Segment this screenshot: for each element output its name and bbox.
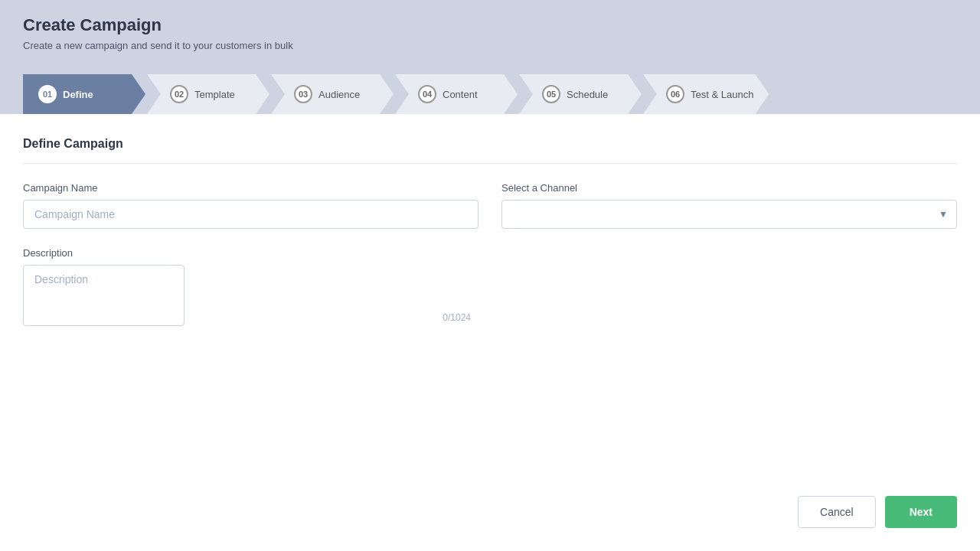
channel-label: Select a Channel [501,182,957,194]
step-number-4: 04 [418,85,436,103]
form-row-description: Description 0/1024 [23,247,957,329]
campaign-name-group: Campaign Name [23,182,479,229]
step-number-5: 05 [542,85,560,103]
form-row-top: Campaign Name Select a Channel Email SMS… [23,182,957,229]
page-title: Create Campaign [23,15,957,35]
step-schedule[interactable]: 05 Schedule [519,74,642,114]
step-number-3: 03 [294,85,312,103]
main-content: Define Campaign Campaign Name Select a C… [0,114,980,370]
step-label-define: Define [63,89,93,100]
step-template[interactable]: 02 Template [147,74,270,114]
step-define[interactable]: 01 Define [23,74,145,114]
step-label-template: Template [194,89,235,100]
step-number-6: 06 [666,85,684,103]
campaign-name-input[interactable] [23,200,479,229]
description-label: Description [23,247,479,259]
char-count: 0/1024 [443,312,471,323]
cancel-button[interactable]: Cancel [798,496,876,528]
footer-buttons: Cancel Next [798,496,957,528]
channel-select-wrapper: Email SMS Push Notification In-App ▼ [501,200,957,229]
step-number-2: 02 [170,85,188,103]
description-group: Description 0/1024 [23,247,479,329]
page-subtitle: Create a new campaign and send it to you… [23,40,957,51]
description-wrapper: 0/1024 [23,265,479,329]
channel-group: Select a Channel Email SMS Push Notifica… [501,182,957,229]
step-label-test-launch: Test & Launch [691,89,753,100]
stepper: 01 Define 02 Template 03 Audience 04 Con… [0,74,980,114]
section-title: Define Campaign [23,137,957,164]
step-test-launch[interactable]: 06 Test & Launch [643,74,769,114]
page-header: Create Campaign Create a new campaign an… [0,0,980,74]
campaign-name-label: Campaign Name [23,182,479,194]
step-audience[interactable]: 03 Audience [271,74,394,114]
step-label-content: Content [443,89,478,100]
description-textarea[interactable] [23,265,185,326]
step-label-audience: Audience [318,89,360,100]
step-label-schedule: Schedule [567,89,608,100]
next-button[interactable]: Next [885,496,957,528]
channel-select[interactable]: Email SMS Push Notification In-App [501,200,957,229]
step-number-1: 01 [38,85,57,103]
step-content[interactable]: 04 Content [395,74,518,114]
